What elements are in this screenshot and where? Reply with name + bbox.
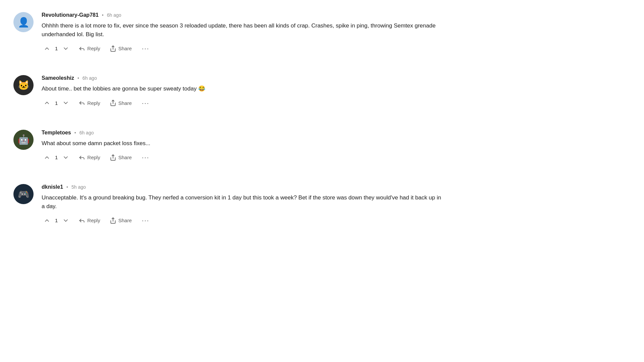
vote-count-4: 1 [55,218,58,223]
separator-dot-3: • [74,130,76,135]
upvote-icon [44,217,50,224]
reply-icon [78,45,85,52]
vote-count-1: 1 [55,46,58,51]
vote-group-1: 1 [42,44,71,53]
avatar-2: 🐱 [13,75,34,95]
upvote-icon [44,45,50,52]
comment-text-4: Unacceptable. It's a ground breaking bug… [42,193,444,210]
upvote-icon [44,154,50,161]
comment-header-3: Templetoes • 6h ago [42,130,631,136]
reply-button-3[interactable]: Reply [76,153,102,162]
downvote-icon [62,154,69,161]
reply-label-4: Reply [87,218,100,223]
downvote-button-4[interactable] [60,216,71,225]
reply-label-2: Reply [87,100,100,106]
downvote-button-3[interactable] [60,153,71,162]
more-options-button-3[interactable]: ··· [139,152,152,163]
reply-label-1: Reply [87,46,100,51]
avatar-1: 👤 [13,12,34,32]
comment-body-4: dknisle1 • 5h ago Unacceptable. It's a g… [42,184,631,226]
comment-body-2: Sameoleshiz • 6h ago About time.. bet th… [42,75,631,108]
comment-actions-2: 1 Reply [42,98,631,108]
comment-text-2: About time.. bet the lobbies are gonna b… [42,84,444,93]
downvote-icon [62,217,69,224]
vote-group-3: 1 [42,153,71,162]
vote-count-2: 1 [55,100,58,106]
avatar-3: 🤖 [13,130,34,150]
vote-group-2: 1 [42,98,71,108]
comment-item-3: 🤖 Templetoes • 6h ago What about some da… [13,124,631,168]
comment-item-4: 🎮 dknisle1 • 5h ago Unacceptable. It's a… [13,179,631,231]
reply-button-2[interactable]: Reply [76,98,102,108]
comment-text-1: Ohhhh there is a lot more to fix, ever s… [42,21,444,39]
share-button-2[interactable]: Share [108,98,134,108]
comment-actions-3: 1 Reply [42,152,631,163]
reply-button-1[interactable]: Reply [76,44,102,53]
comment-actions-4: 1 Reply [42,215,631,226]
share-button-4[interactable]: Share [108,216,134,225]
share-icon [110,45,116,52]
share-label-4: Share [118,218,132,223]
comment-item-2: 🐱 Sameoleshiz • 6h ago About time.. bet … [13,70,631,114]
reply-button-4[interactable]: Reply [76,216,102,225]
reply-icon [78,217,85,224]
comment-header-2: Sameoleshiz • 6h ago [42,75,631,81]
share-label-1: Share [118,46,132,51]
upvote-button-2[interactable] [42,98,52,108]
more-options-button-4[interactable]: ··· [139,215,152,226]
vote-group-4: 1 [42,216,71,225]
share-icon [110,154,116,161]
comment-timestamp-3: 6h ago [79,130,94,135]
downvote-icon [62,100,69,106]
comment-header-1: Revolutionary-Gap781 • 6h ago [42,12,631,18]
comment-body-3: Templetoes • 6h ago What about some damn… [42,130,631,163]
share-label-3: Share [118,155,132,160]
comment-header-4: dknisle1 • 5h ago [42,184,631,190]
comment-body-1: Revolutionary-Gap781 • 6h ago Ohhhh ther… [42,12,631,54]
comment-timestamp-2: 6h ago [83,75,97,81]
avatar-4: 🎮 [13,184,34,204]
comment-item-1: 👤 Revolutionary-Gap781 • 6h ago Ohhhh th… [13,7,631,59]
share-label-2: Share [118,100,132,106]
share-icon [110,100,116,106]
comment-actions-1: 1 Reply [42,43,631,54]
more-options-button-2[interactable]: ··· [139,98,152,108]
reply-icon [78,100,85,106]
upvote-button-4[interactable] [42,216,52,225]
comment-username-3: Templetoes [42,130,71,136]
share-button-3[interactable]: Share [108,153,134,162]
share-button-1[interactable]: Share [108,44,134,53]
comment-username-1: Revolutionary-Gap781 [42,12,99,18]
comments-container: 👤 Revolutionary-Gap781 • 6h ago Ohhhh th… [13,7,631,231]
downvote-button-1[interactable] [60,44,71,53]
comment-timestamp-1: 6h ago [107,12,121,18]
comment-username-2: Sameoleshiz [42,75,74,81]
upvote-button-1[interactable] [42,44,52,53]
separator-dot-1: • [102,12,104,18]
share-icon [110,217,116,224]
comment-username-4: dknisle1 [42,184,63,190]
vote-count-3: 1 [55,155,58,160]
upvote-icon [44,100,50,106]
more-options-button-1[interactable]: ··· [139,43,152,54]
reply-icon [78,154,85,161]
downvote-icon [62,45,69,52]
downvote-button-2[interactable] [60,98,71,108]
separator-dot-2: • [77,75,79,81]
upvote-button-3[interactable] [42,153,52,162]
reply-label-3: Reply [87,155,100,160]
separator-dot-4: • [66,184,68,190]
comment-timestamp-4: 5h ago [71,184,86,190]
comment-text-3: What about some damn packet loss fixes..… [42,139,444,148]
